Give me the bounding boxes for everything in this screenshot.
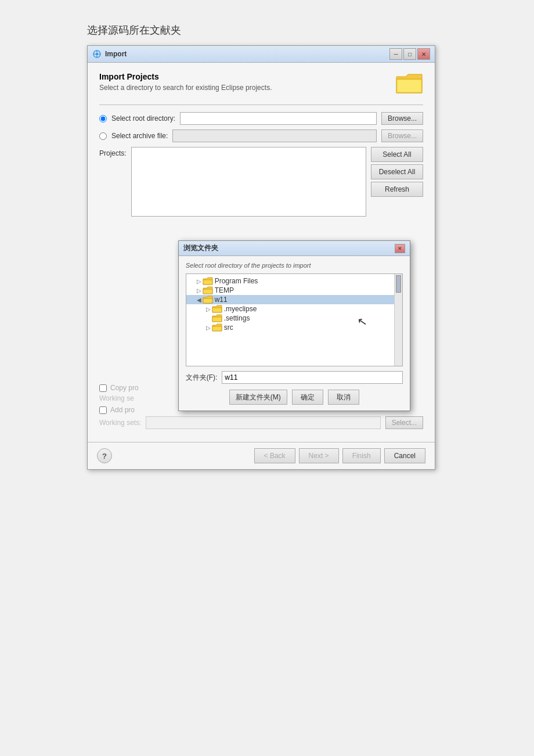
svg-rect-3 — [96, 56, 98, 58]
window-title-left: Import — [92, 49, 127, 59]
dialog-ok-button[interactable]: 确定 — [292, 390, 323, 405]
maximize-button[interactable]: □ — [403, 48, 416, 60]
root-directory-radio[interactable] — [99, 115, 107, 123]
archive-browse-button[interactable]: Browse... — [381, 129, 423, 142]
copy-checkbox[interactable] — [99, 384, 107, 392]
dialog-hint: Select root directory of the projects to… — [186, 262, 403, 269]
help-button[interactable]: ? — [97, 448, 112, 463]
refresh-button[interactable]: Refresh — [371, 182, 423, 197]
tree-item[interactable]: ▷ src — [186, 323, 402, 332]
tree-arrow: ▷ — [205, 325, 212, 331]
tree-item-label: .myeclipse — [224, 305, 257, 313]
working-set-row-2: Working sets: Select... — [99, 416, 423, 429]
page-title: 选择源码所在文献夹 — [87, 23, 181, 37]
projects-label: Projects: — [99, 149, 127, 157]
working-set-label-1: Working se — [99, 394, 134, 402]
folder-icon — [203, 277, 213, 285]
folder-label: 文件夹(F): — [186, 373, 218, 383]
back-button[interactable]: < Back — [254, 448, 295, 463]
archive-file-label: Select archive file: — [111, 132, 168, 140]
working-set-select-button[interactable]: Select... — [385, 416, 423, 429]
cursor-icon: ↖ — [356, 314, 369, 330]
scrollbar-thumb — [396, 275, 401, 293]
tree-item[interactable]: ▷ TEMP — [186, 286, 402, 295]
import-title: Import Projects — [99, 72, 272, 81]
folder-name-input[interactable] — [222, 371, 402, 384]
dialog-title-text: 浏览文件夹 — [183, 243, 218, 253]
svg-point-1 — [96, 53, 99, 56]
separator-line — [99, 105, 423, 105]
svg-rect-5 — [99, 53, 101, 55]
dialog-cancel-button[interactable]: 取消 — [328, 390, 359, 405]
dialog-buttons-row: 新建文件夹(M) 确定 取消 — [186, 390, 403, 405]
folder-icon-large — [395, 72, 423, 95]
tree-item-label: w11 — [215, 296, 228, 304]
tree-arrow: ▷ — [196, 278, 203, 285]
folder-icon — [203, 286, 213, 294]
file-tree[interactable]: ▷ Program Files ▷ TEMP — [186, 273, 403, 366]
select-all-button[interactable]: Select All — [371, 147, 423, 162]
new-folder-button[interactable]: 新建文件夹(M) — [229, 390, 287, 405]
window-titlebar: Import ─ □ ✕ — [88, 46, 435, 63]
root-browse-button[interactable]: Browse... — [381, 112, 423, 125]
projects-list[interactable]: 浏览文件夹 ✕ Select root directory of the pro… — [131, 147, 366, 217]
next-button[interactable]: Next > — [299, 448, 339, 463]
tree-item[interactable]: ▷ Program Files — [186, 276, 402, 286]
tree-item-label: .settings — [224, 314, 250, 322]
archive-file-input[interactable] — [172, 129, 377, 142]
copy-label: Copy pro — [110, 384, 139, 392]
folder-icon — [212, 305, 222, 313]
folder-icon — [212, 314, 222, 322]
minimize-button[interactable]: ─ — [389, 48, 402, 60]
projects-section: Projects: 浏览文件夹 ✕ Select root directory … — [99, 147, 423, 217]
import-description: Select a directory to search for existin… — [99, 84, 272, 92]
close-button[interactable]: ✕ — [417, 48, 430, 60]
finish-button[interactable]: Finish — [342, 448, 381, 463]
window-controls: ─ □ ✕ — [389, 48, 430, 60]
svg-rect-2 — [96, 51, 98, 52]
tree-arrow: ◀ — [196, 297, 203, 303]
tree-item-label: src — [224, 323, 233, 332]
folder-icon — [203, 296, 213, 304]
archive-file-row: Select archive file: Browse... — [99, 129, 423, 142]
import-header: Import Projects Select a directory to se… — [99, 72, 423, 95]
window-content: Import Projects Select a directory to se… — [88, 63, 435, 442]
dialog-titlebar: 浏览文件夹 ✕ — [179, 241, 410, 256]
tree-item[interactable]: ◀ w11 — [186, 295, 402, 304]
scrollbar[interactable] — [394, 274, 402, 366]
tree-item[interactable]: ▷ .myeclipse — [186, 304, 402, 314]
tree-arrow: ▷ — [205, 306, 212, 312]
import-icon — [92, 49, 102, 59]
root-directory-row: Select root directory: Browse... — [99, 112, 423, 125]
archive-file-radio[interactable] — [99, 132, 107, 140]
dialog-close-button[interactable]: ✕ — [395, 244, 405, 253]
deselect-all-button[interactable]: Deselect All — [371, 164, 423, 179]
root-directory-input[interactable] — [180, 112, 377, 125]
add-checkbox[interactable] — [99, 406, 107, 414]
working-set-input[interactable] — [146, 416, 380, 429]
window-footer: ? < Back Next > Finish Cancel — [88, 442, 435, 469]
tree-item-label: Program Files — [215, 277, 258, 285]
footer-buttons: < Back Next > Finish Cancel — [254, 448, 425, 463]
folder-icon — [212, 323, 222, 332]
tree-item-label: TEMP — [215, 286, 234, 294]
projects-side-buttons: Select All Deselect All Refresh — [371, 147, 423, 197]
tree-arrow: ▷ — [196, 287, 203, 294]
cancel-button[interactable]: Cancel — [384, 448, 425, 463]
window-title-text: Import — [105, 50, 127, 58]
working-set-label-2: Working sets: — [99, 419, 141, 427]
import-header-text: Import Projects Select a directory to se… — [99, 72, 272, 92]
add-label: Add pro — [110, 406, 135, 414]
tree-item[interactable]: .settings — [186, 314, 402, 323]
browse-dialog: 浏览文件夹 ✕ Select root directory of the pro… — [178, 240, 410, 411]
folder-input-row: 文件夹(F): — [186, 371, 403, 384]
svg-rect-4 — [93, 53, 95, 55]
import-window: Import ─ □ ✕ Import Projects Select a di… — [87, 45, 435, 470]
root-directory-label: Select root directory: — [111, 114, 175, 123]
dialog-content: Select root directory of the projects to… — [179, 256, 410, 411]
